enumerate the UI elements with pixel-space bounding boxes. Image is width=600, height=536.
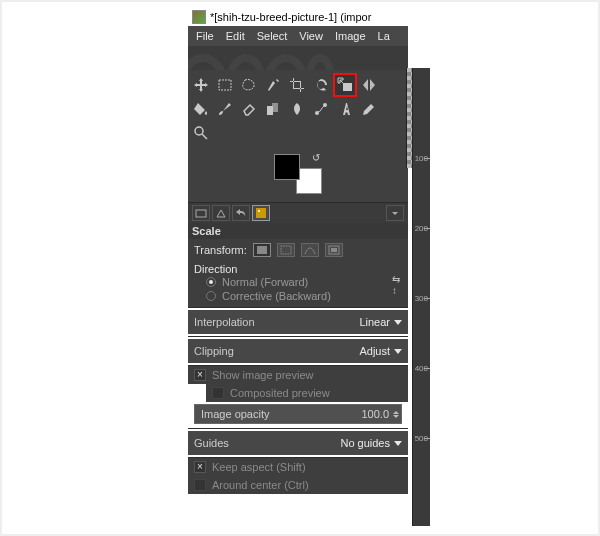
guides-label: Guides [194,437,229,449]
vertical-ruler: 100 200 300 400 500 [412,68,430,526]
keep-aspect-row: × Keep aspect (Shift) [188,458,408,476]
toolbox [188,70,408,148]
paintbrush-tool[interactable] [214,98,236,120]
transform-image-toggle[interactable] [325,243,343,257]
menu-bar: File Edit Select View Image La [188,26,408,46]
crop-tool[interactable] [286,74,308,96]
zoom-tool[interactable] [190,122,212,144]
paths-tool[interactable] [310,98,332,120]
clipping-dropdown[interactable]: Clipping Adjust [188,339,408,363]
composited-preview-checkbox[interactable] [212,387,224,399]
svg-rect-0 [219,80,231,90]
interpolation-value: Linear [359,316,390,328]
free-select-tool[interactable] [238,74,260,96]
svg-rect-7 [196,210,206,217]
direction-normal-radio[interactable] [206,277,216,287]
clone-tool[interactable] [262,98,284,120]
menu-select[interactable]: Select [257,30,288,42]
transform-row: Transform: [188,239,408,261]
around-center-checkbox[interactable] [194,479,206,491]
svg-rect-11 [281,246,291,254]
direction-corrective-radio[interactable] [206,291,216,301]
eraser-tool[interactable] [238,98,260,120]
direction-corrective-label: Corrective (Backward) [222,290,331,302]
app-icon [192,10,206,24]
spinner-buttons[interactable] [393,411,399,418]
show-image-preview-checkbox[interactable]: × [194,369,206,381]
window-titlebar: *[shih-tzu-breed-picture-1] (impor [188,8,408,26]
svg-rect-8 [256,208,266,218]
guides-dropdown[interactable]: Guides No guides [188,431,408,455]
direction-link-icon[interactable]: ⇆↕ [392,275,402,303]
around-center-label: Around center (Ctrl) [212,479,309,491]
tool-options-title: Scale [188,223,408,239]
composited-preview-label: Composited preview [230,387,330,399]
transform-layer-toggle[interactable] [253,243,271,257]
svg-rect-1 [343,83,352,91]
transform-selection-toggle[interactable] [277,243,295,257]
image-opacity-label: Image opacity [201,408,269,420]
bucket-fill-tool[interactable] [190,98,212,120]
rotate-tool[interactable] [310,74,332,96]
toolbox-decor [188,46,408,70]
direction-normal-label: Normal (Forward) [222,276,308,288]
transform-label: Transform: [194,244,247,256]
window-title: *[shih-tzu-breed-picture-1] (impor [210,11,371,23]
move-tool[interactable] [190,74,212,96]
direction-label: Direction [194,263,237,275]
menu-file[interactable]: File [196,30,214,42]
tool-options-tab[interactable] [192,205,210,221]
foreground-color-swatch[interactable] [274,154,300,180]
guides-value: No guides [340,437,390,449]
tab-menu-button[interactable] [386,205,404,221]
clipping-value: Adjust [359,345,390,357]
device-status-tab[interactable] [212,205,230,221]
chevron-down-icon [394,441,402,446]
svg-point-9 [258,210,260,212]
color-swatches: ↺ [188,148,408,202]
scale-tool[interactable] [334,74,356,96]
undo-history-tab[interactable] [232,205,250,221]
around-center-row: Around center (Ctrl) [188,476,408,494]
image-opacity-value: 100.0 [361,408,389,420]
keep-aspect-checkbox[interactable]: × [194,461,206,473]
flip-tool[interactable] [358,74,380,96]
transform-path-toggle[interactable] [301,243,319,257]
direction-section: Direction Normal (Forward) Corrective (B… [188,261,408,307]
images-tab[interactable] [252,205,270,221]
menu-edit[interactable]: Edit [226,30,245,42]
svg-rect-13 [331,248,337,252]
smudge-tool[interactable] [286,98,308,120]
text-tool[interactable] [334,98,356,120]
chevron-down-icon [394,349,402,354]
svg-rect-10 [257,246,267,254]
image-opacity-spinner[interactable]: Image opacity 100.0 [194,404,402,424]
swap-colors-icon[interactable]: ↺ [312,152,320,163]
menu-layer[interactable]: La [378,30,390,42]
fuzzy-select-tool[interactable] [262,74,284,96]
tool-options-tabbar [188,202,408,223]
clipping-label: Clipping [194,345,234,357]
interpolation-dropdown[interactable]: Interpolation Linear [188,310,408,334]
interpolation-label: Interpolation [194,316,255,328]
rect-select-tool[interactable] [214,74,236,96]
show-image-preview-row: × Show image preview [188,366,408,384]
svg-point-6 [195,127,203,135]
show-image-preview-label: Show image preview [212,369,314,381]
keep-aspect-label: Keep aspect (Shift) [212,461,306,473]
menu-view[interactable]: View [299,30,323,42]
menu-image[interactable]: Image [335,30,366,42]
composited-preview-row: Composited preview [206,384,408,402]
svg-rect-3 [272,103,278,112]
color-picker-tool[interactable] [358,98,380,120]
chevron-down-icon [394,320,402,325]
